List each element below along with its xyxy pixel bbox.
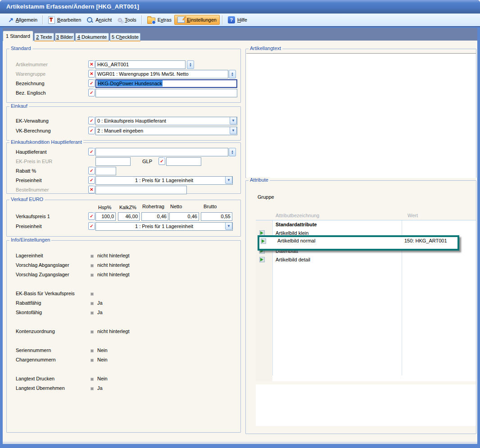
mandatory-check-icon[interactable]: ✓ bbox=[88, 148, 95, 155]
bullet-icon bbox=[91, 274, 94, 277]
kalkz-field[interactable]: 46,00 bbox=[118, 212, 140, 221]
dropdown-button[interactable]: ▼ bbox=[230, 117, 237, 124]
info-label: Langtext Drucken bbox=[16, 376, 54, 381]
fieldset-standard-legend: Standard bbox=[9, 46, 32, 51]
menu-tools-label: Tools bbox=[125, 17, 136, 23]
toolbar: ↗ Allgemein Bearbeiten Ansicht ⚙⚙ Tools … bbox=[0, 14, 480, 27]
fieldset-verkauf: Verkauf EURO Hsp% KalkZ% Rohertrag Netto… bbox=[6, 200, 241, 237]
ek-verwaltung-combobox[interactable]: 0 : Einkaufspreis Hauptlieferant ▼ bbox=[95, 117, 237, 125]
gears-icon: ⚙⚙ bbox=[117, 17, 122, 23]
tab-texte[interactable]: 2 Texte bbox=[34, 33, 54, 41]
bezeichnung-label: Bezeichnung bbox=[16, 81, 45, 86]
bez-englisch-field[interactable] bbox=[95, 89, 237, 97]
gruppe-label: Gruppe bbox=[258, 194, 274, 200]
attribute-row[interactable]: Standardattribute bbox=[276, 222, 317, 227]
warengruppe-label: Warengruppe bbox=[16, 71, 45, 77]
mandatory-check-icon[interactable]: ✓ bbox=[88, 222, 95, 230]
dropdown-button[interactable]: ▼ bbox=[230, 127, 237, 134]
edit-hammer-icon bbox=[48, 16, 55, 24]
ek-preis-field[interactable] bbox=[95, 157, 131, 166]
mandatory-check-icon[interactable]: ✓ bbox=[88, 127, 95, 134]
mandatory-x-icon[interactable]: ✕ bbox=[88, 186, 95, 193]
info-label: Chargennummern bbox=[16, 357, 56, 362]
artikelnummer-label: Artikelnummer bbox=[16, 62, 48, 67]
hauptlieferant-spin-button[interactable]: ▲▼ bbox=[229, 148, 236, 156]
mandatory-check-icon[interactable]: ✓ bbox=[158, 157, 165, 165]
fieldset-attribute-legend: Attribute bbox=[249, 177, 270, 183]
bullet-icon bbox=[91, 378, 94, 381]
menu-ansicht[interactable]: Ansicht bbox=[84, 15, 114, 25]
tab-dokumente[interactable]: 4 Dokumente bbox=[75, 33, 109, 41]
mandatory-x-icon[interactable]: ✕ bbox=[88, 60, 95, 68]
help-icon: ? bbox=[228, 16, 235, 23]
toolbar-separator bbox=[42, 15, 43, 24]
brutto-field[interactable]: 0,55 bbox=[201, 212, 232, 221]
mandatory-check-icon[interactable]: ✓ bbox=[88, 212, 95, 220]
attribute-image-icon bbox=[261, 238, 266, 244]
rohertrag-field[interactable]: 0,46 bbox=[141, 212, 168, 221]
info-value: Ja bbox=[97, 300, 103, 306]
info-value: nicht hinterlegt bbox=[97, 272, 130, 277]
hsp-field[interactable]: 100,0 bbox=[95, 212, 116, 221]
menu-hilfe[interactable]: ? Hilfe bbox=[225, 15, 250, 25]
netto-field[interactable]: 0,46 bbox=[169, 212, 199, 221]
mandatory-check-icon[interactable]: ✓ bbox=[88, 167, 95, 174]
mandatory-check-icon[interactable]: ✓ bbox=[88, 89, 95, 96]
fieldset-info-legend: Info/Einstellungen bbox=[9, 237, 51, 242]
fieldset-einkaufskondition: Einkaufskondition Hauptlieferant Hauptli… bbox=[6, 142, 241, 194]
window-titlebar[interactable]: Artikelstamm Erfassen/Ändern [HKG_ART001… bbox=[0, 0, 480, 14]
attribute-row[interactable]: Artikelbild detail bbox=[276, 257, 310, 262]
warengruppe-field[interactable]: WGR01 : Warengruppe 19% MwSt. Netto bbox=[95, 70, 228, 78]
dropdown-button[interactable]: ▼ bbox=[225, 176, 232, 184]
fieldset-attribute: Attribute Gruppe Attributbezeichnung Wer… bbox=[245, 180, 476, 434]
dropdown-button[interactable]: ▼ bbox=[225, 222, 232, 230]
window-bottom-strip bbox=[3, 442, 477, 444]
folder-icon bbox=[147, 18, 155, 24]
rabatt-field[interactable] bbox=[95, 167, 116, 175]
column-header-attributbezeichnung[interactable]: Attributbezeichnung bbox=[276, 213, 319, 218]
tab-checkliste[interactable]: 5 Checkliste bbox=[110, 33, 140, 41]
vk-berechnung-combobox[interactable]: 2 : Manuell eingeben ▼ bbox=[95, 127, 237, 135]
menu-extras[interactable]: Extras bbox=[145, 15, 174, 25]
artikellangtext-textarea[interactable] bbox=[246, 53, 476, 178]
glp-label: GLP bbox=[142, 159, 152, 164]
header-hsp: Hsp% bbox=[98, 205, 111, 210]
glp-field[interactable] bbox=[166, 157, 201, 166]
tab-bilder[interactable]: 3 Bilder bbox=[55, 33, 74, 41]
window-title: Artikelstamm Erfassen/Ändern [HKG_ART001… bbox=[6, 3, 139, 10]
arrow-up-right-icon: ↗ bbox=[8, 17, 14, 23]
bezeichnung-field[interactable]: HKG-DogPower Hundesnack bbox=[95, 79, 237, 88]
info-value: Ja bbox=[97, 385, 103, 391]
preiseinheit-label: Preiseinheit bbox=[16, 178, 41, 183]
application-window: Artikelstamm Erfassen/Ändern [HKG_ART001… bbox=[0, 0, 480, 448]
mandatory-x-icon[interactable]: ✕ bbox=[88, 70, 95, 78]
menu-einstellungen[interactable]: Einstellungen bbox=[174, 15, 220, 25]
info-label: Seriennummern bbox=[16, 347, 51, 353]
menu-bearbeiten[interactable]: Bearbeiten bbox=[45, 15, 84, 25]
ek-preis-label: EK-Preis in EUR bbox=[16, 159, 52, 164]
info-label: EK-Basis für Verkaufspreis bbox=[16, 291, 75, 296]
bestellnummer-field[interactable] bbox=[95, 186, 187, 194]
artikelnummer-field[interactable]: HKG_ART001 bbox=[95, 60, 186, 69]
info-value: Nein bbox=[97, 357, 108, 362]
tab-standard[interactable]: 1 Standard bbox=[3, 31, 33, 41]
column-header-wert[interactable]: Wert bbox=[408, 213, 418, 218]
info-label: Kontenzuordnung bbox=[16, 329, 55, 334]
menu-tools[interactable]: ⚙⚙ Tools bbox=[114, 16, 139, 24]
warengruppe-spin-button[interactable]: ▲▼ bbox=[229, 70, 236, 78]
mandatory-check-icon[interactable]: ✓ bbox=[88, 79, 95, 87]
mandatory-check-icon[interactable]: ✓ bbox=[88, 117, 95, 124]
bez-englisch-label: Bez. Englisch bbox=[16, 90, 46, 96]
attribute-row-highlighted[interactable]: Artikelbild normal bbox=[277, 238, 315, 243]
mandatory-check-icon[interactable]: ✓ bbox=[88, 176, 95, 184]
artikelnummer-spin-button[interactable]: ▲▼ bbox=[187, 60, 194, 69]
fieldset-verkauf-legend: Verkauf EURO bbox=[9, 197, 45, 202]
menu-allgemein[interactable]: ↗ Allgemein bbox=[5, 15, 40, 24]
fieldset-einkauf: Einkauf EK-Verwaltung ✓ 0 : Einkaufsprei… bbox=[6, 106, 241, 141]
hauptlieferant-field[interactable] bbox=[95, 148, 228, 156]
preiseinheit-vk-combobox[interactable]: 1 : Preis für 1 Lagereinheit ▼ bbox=[95, 222, 233, 231]
menu-allgemein-label: Allgemein bbox=[16, 17, 37, 23]
preiseinheit-combobox[interactable]: 1 : Preis für 1 Lagereinheit ▼ bbox=[95, 176, 233, 185]
attribute-row-value[interactable]: 150: HKG_ART001 bbox=[404, 238, 447, 243]
attribute-image-icon bbox=[259, 257, 265, 262]
